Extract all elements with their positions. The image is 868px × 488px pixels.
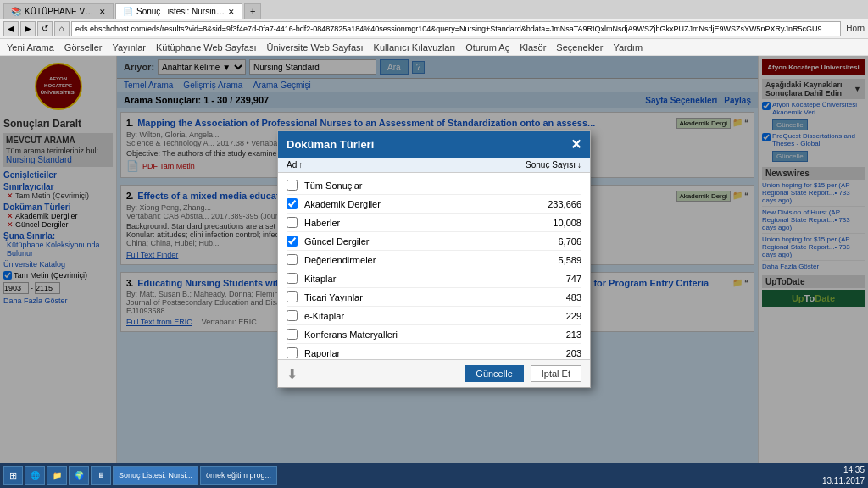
modal-row-3-checkbox[interactable]	[287, 236, 298, 247]
taskbar-ebsc[interactable]: Sonuç Listesi: Nursi...	[113, 466, 198, 485]
modal-row-1-count: 233,666	[531, 199, 581, 209]
modal-cancel-btn[interactable]: İptal Et	[531, 365, 581, 382]
taskbar-btn-3[interactable]: 🌍	[69, 466, 89, 485]
tab-2[interactable]: 📄 Sonuç Listesi: Nursing St... ✕	[115, 3, 242, 19]
modal-footer: ⬇ Güncelle İptal Et	[278, 359, 590, 387]
modal-row-4-checkbox[interactable]	[287, 254, 298, 265]
menu-yardim[interactable]: Yardım	[613, 42, 643, 53]
modal-row-9: Raporlar 203	[287, 344, 581, 359]
modal-row-4-count: 5,589	[531, 255, 581, 265]
home-btn[interactable]: ⌂	[54, 21, 70, 36]
tab-1-label: KÜTÜPHANE VE DOKÜM...	[25, 7, 96, 16]
modal-row-9-label: Raporlar	[304, 348, 531, 358]
modal-row-2-label: Haberler	[304, 218, 531, 228]
nav-bar: ◀ ▶ ↺ ⌂ Horn	[0, 19, 868, 39]
menu-kutuphane[interactable]: Kütüphane Web Sayfası	[156, 42, 256, 53]
tab-1[interactable]: 📚 KÜTÜPHANE VE DOKÜM... ✕	[3, 3, 114, 19]
modal-row-8-checkbox[interactable]	[287, 329, 298, 340]
modal-row-7-checkbox[interactable]	[287, 310, 298, 321]
modal-row-4-label: Değerlendirmeler	[304, 255, 531, 265]
taskbar-btn-1[interactable]: 🌐	[25, 466, 45, 485]
modal-col-name[interactable]: Ad ↑	[287, 160, 303, 169]
forward-btn[interactable]: ▶	[20, 21, 36, 36]
taskbar-time: 14:35 13.11.2017	[822, 464, 865, 486]
modal-row-0-label: Tüm Sonuçlar	[304, 180, 531, 191]
modal-row-7-label: e-Kitaplar	[304, 311, 531, 321]
modal-row-3-count: 6,706	[531, 236, 581, 247]
modal-overlay: Doküman Türleri ✕ Ad ↑ Sonuç Sayısı ↓ Tü…	[0, 56, 868, 463]
tab-2-close[interactable]: ✕	[228, 8, 235, 16]
modal: Doküman Türleri ✕ Ad ↑ Sonuç Sayısı ↓ Tü…	[277, 130, 591, 388]
modal-row-9-checkbox[interactable]	[287, 347, 298, 358]
menu-gorseller[interactable]: Görseller	[64, 42, 103, 53]
modal-row-2: Haberler 10,008	[287, 214, 581, 232]
modal-col-results[interactable]: Sonuç Sayısı ↓	[526, 160, 581, 169]
modal-row-0-checkbox[interactable]	[287, 180, 298, 191]
modal-row-7: e-Kitaplar 229	[287, 307, 581, 325]
refresh-btn[interactable]: ↺	[37, 21, 53, 36]
menu-yayinlar[interactable]: Yayınlar	[112, 42, 146, 53]
modal-row-4: Değerlendirmeler 5,589	[287, 251, 581, 269]
modal-row-2-count: 10,008	[531, 218, 581, 228]
modal-row-5-label: Kitaplar	[304, 274, 531, 284]
modal-row-9-count: 203	[531, 348, 581, 358]
modal-update-btn[interactable]: Güncelle	[465, 365, 523, 382]
tab-1-close[interactable]: ✕	[99, 8, 106, 16]
modal-row-6-count: 483	[531, 292, 581, 302]
modal-row-0: Tüm Sonuçlar	[287, 176, 581, 195]
menu-bar: Yeni Arama Görseller Yayınlar Kütüphane …	[0, 39, 868, 56]
taskbar-btn-2[interactable]: 📁	[47, 466, 67, 485]
taskbar-btn-4[interactable]: 🖥	[91, 466, 111, 485]
menu-universite[interactable]: Üniversite Web Sayfası	[266, 42, 363, 53]
modal-row-8: Konferans Materyalleri 213	[287, 325, 581, 344]
new-tab-btn[interactable]: +	[244, 3, 261, 19]
modal-close-btn[interactable]: ✕	[570, 136, 581, 152]
taskbar: ⊞ 🌐 📁 🌍 🖥 Sonuç Listesi: Nursi... örnek …	[0, 463, 868, 488]
horn-label: Horn	[846, 24, 865, 33]
modal-row-3-label: Güncel Dergiler	[304, 236, 531, 247]
modal-subheader: Ad ↑ Sonuç Sayısı ↓	[278, 158, 590, 173]
modal-row-3: Güncel Dergiler 6,706	[287, 232, 581, 251]
modal-row-5-checkbox[interactable]	[287, 273, 298, 284]
menu-oturum[interactable]: Oturum Aç	[465, 42, 509, 53]
modal-row-6: Ticari Yayınlar 483	[287, 288, 581, 307]
modal-row-2-checkbox[interactable]	[287, 217, 298, 228]
modal-row-5-count: 747	[531, 274, 581, 284]
modal-row-1-label: Akademik Dergiler	[304, 199, 531, 209]
modal-body: Tüm Sonuçlar Akademik Dergiler 233,666 H…	[278, 173, 590, 359]
modal-row-8-label: Konferans Materyalleri	[304, 330, 531, 340]
menu-kullanici[interactable]: Kullanıcı Kılavuzları	[374, 42, 456, 53]
browser-tabs: 📚 KÜTÜPHANE VE DOKÜM... ✕ 📄 Sonuç Listes…	[0, 0, 868, 19]
taskbar-ppt[interactable]: örnek eğitim prog...	[200, 466, 277, 485]
modal-row-1-checkbox[interactable]	[287, 198, 298, 209]
tab-1-icon: 📚	[11, 7, 21, 16]
modal-scroll-indicator[interactable]: ⬇	[287, 366, 298, 382]
modal-row-6-checkbox[interactable]	[287, 291, 298, 302]
menu-yeni-arama[interactable]: Yeni Arama	[7, 42, 54, 53]
menu-secenekler[interactable]: Seçenekler	[556, 42, 603, 53]
modal-row-8-count: 213	[531, 330, 581, 340]
tab-2-icon: 📄	[123, 7, 133, 16]
modal-row-6-label: Ticari Yayınlar	[304, 292, 531, 302]
menu-klasor[interactable]: Klasör	[520, 42, 546, 53]
address-bar[interactable]	[71, 21, 841, 36]
back-btn[interactable]: ◀	[3, 21, 19, 36]
main-layout: AFYONKOCATEPEÜNİVERSİTESİ Sonuçları Dara…	[0, 56, 868, 463]
modal-header: Doküman Türleri ✕	[278, 131, 590, 158]
tab-2-label: Sonuç Listesi: Nursing St...	[136, 7, 225, 16]
modal-row-7-count: 229	[531, 311, 581, 321]
modal-row-1: Akademik Dergiler 233,666	[287, 195, 581, 214]
modal-row-5: Kitaplar 747	[287, 269, 581, 288]
modal-title: Doküman Türleri	[287, 138, 374, 151]
start-btn[interactable]: ⊞	[3, 466, 23, 485]
